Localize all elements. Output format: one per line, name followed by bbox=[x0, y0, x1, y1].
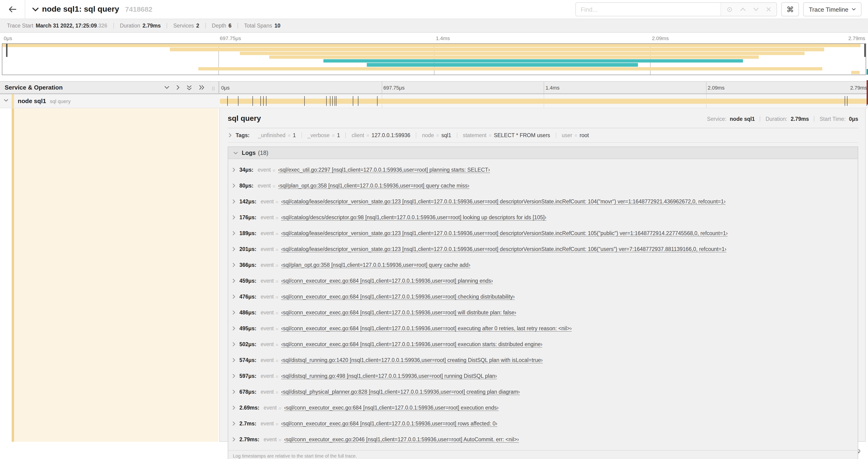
log-marker-tick[interactable] bbox=[260, 96, 260, 106]
back-button[interactable] bbox=[0, 0, 25, 19]
log-marker-tick[interactable] bbox=[326, 96, 327, 106]
logs-count: (18) bbox=[258, 150, 268, 156]
find-input[interactable] bbox=[576, 3, 720, 16]
top-bar: node sql1: sql query 7418682 bbox=[0, 0, 868, 19]
span-detail-header: sql query Service: node sql1 Duration: 2… bbox=[228, 114, 858, 128]
collapse-all-icon[interactable] bbox=[187, 85, 192, 90]
log-field-value: ‹sql/plan_opt.go:358 [nsql1,client=127.0… bbox=[281, 262, 470, 268]
log-field-key: event bbox=[260, 325, 274, 332]
log-field-value: ‹sql/conn_executor_exec.go:684 [nsql1,cl… bbox=[281, 325, 572, 332]
logs-accordion-header[interactable]: Logs (18) bbox=[228, 147, 858, 159]
log-field-value: ‹sql/distsql_running.go:498 [nsql1,clien… bbox=[281, 373, 497, 379]
chevron-down-icon[interactable] bbox=[4, 99, 8, 102]
log-entry[interactable]: 502μs: event = ‹sql/conn_executor_exec.g… bbox=[228, 337, 858, 353]
log-field-value: ‹sql/catalog/descs/descriptor.go:98 [nsq… bbox=[281, 214, 547, 221]
log-marker-tick[interactable] bbox=[252, 96, 253, 106]
ruler-tick-label: 697.75μs bbox=[381, 85, 405, 91]
tag-value: 1 bbox=[293, 132, 296, 138]
chevron-right-icon bbox=[232, 421, 235, 426]
log-marker-tick[interactable] bbox=[330, 96, 331, 106]
span-detail-meta: Service: node sql1 Duration: 2.79ms Star… bbox=[702, 116, 858, 122]
minimap-canvas[interactable] bbox=[2, 43, 866, 75]
log-entry[interactable]: 189μs: event = ‹sql/catalog/lease/descri… bbox=[228, 226, 858, 242]
log-marker-tick[interactable] bbox=[847, 96, 847, 106]
log-entry[interactable]: 678μs: event = ‹sql/distsql_physical_pla… bbox=[228, 384, 858, 400]
ruler-tick-label: 0μs bbox=[2, 35, 12, 41]
log-marker-tick[interactable] bbox=[377, 96, 377, 106]
log-entry[interactable]: 201μs: event = ‹sql/catalog/lease/descri… bbox=[228, 242, 858, 258]
log-entry[interactable]: 366μs: event = ‹sql/plan_opt.go:358 [nsq… bbox=[228, 258, 858, 273]
focus-match-icon[interactable] bbox=[726, 6, 733, 12]
log-timestamp: 34μs: bbox=[239, 167, 253, 173]
expand-one-icon[interactable] bbox=[177, 85, 180, 90]
log-marker-tick[interactable] bbox=[845, 96, 845, 106]
log-marker-tick[interactable] bbox=[263, 96, 264, 106]
log-marker-tick[interactable] bbox=[227, 96, 228, 106]
log-entry[interactable]: 2.69ms: event = ‹sql/conn_executor_exec.… bbox=[228, 400, 858, 416]
log-timestamp: 678μs: bbox=[239, 389, 256, 395]
log-entry[interactable]: 597μs: event = ‹sql/distsql_running.go:4… bbox=[228, 368, 858, 384]
chevron-right-icon bbox=[232, 231, 235, 236]
log-marker-tick[interactable] bbox=[332, 96, 333, 106]
keyboard-shortcuts-button[interactable]: ⌘ bbox=[781, 2, 799, 16]
log-marker-tick[interactable] bbox=[238, 96, 239, 106]
log-entry[interactable]: 176μs: event = ‹sql/catalog/descs/descri… bbox=[228, 210, 858, 226]
tag-item: client = 127.0.0.1:59936 bbox=[346, 132, 416, 138]
log-entry[interactable]: 495μs: event = ‹sql/conn_executor_exec.g… bbox=[228, 321, 858, 337]
log-field-value: ‹sql/conn_executor_exec.go:684 [nsql1,cl… bbox=[281, 341, 542, 348]
log-entry[interactable]: 574μs: event = ‹sql/distsql_running.go:1… bbox=[228, 353, 858, 368]
log-entry[interactable]: 80μs: event = ‹sql/plan_opt.go:358 [nsql… bbox=[228, 178, 858, 194]
minimap-drag-handle-right[interactable] bbox=[864, 44, 866, 57]
log-entry[interactable]: 486μs: event = ‹sql/conn_executor_exec.g… bbox=[228, 305, 858, 321]
log-field-key: event bbox=[264, 404, 277, 411]
collapse-one-icon[interactable] bbox=[164, 86, 169, 89]
next-result-icon[interactable] bbox=[753, 7, 759, 11]
tag-key: client bbox=[352, 132, 364, 138]
service-color-stripe bbox=[12, 94, 14, 108]
log-marker-tick[interactable] bbox=[334, 96, 335, 106]
log-timestamp: 2.79ms: bbox=[239, 436, 259, 443]
log-timestamp: 495μs: bbox=[239, 325, 256, 332]
log-field-value: ‹sql/conn_executor_exec.go:2046 [nsql1,c… bbox=[284, 436, 519, 443]
log-entry[interactable]: 2.79ms: event = ‹sql/conn_executor_exec.… bbox=[228, 432, 858, 448]
log-marker-tick[interactable] bbox=[266, 96, 267, 106]
log-equals: = bbox=[276, 374, 278, 380]
span-name-cell[interactable]: node sql1 sql query bbox=[0, 94, 219, 108]
service-operation-header: Service & Operation || bbox=[0, 81, 219, 93]
log-entry[interactable]: 459μs: event = ‹sql/conn_executor_exec.g… bbox=[228, 273, 858, 289]
span-meta-item: Start Time: 0μs bbox=[814, 116, 858, 122]
expand-all-icon[interactable] bbox=[199, 85, 205, 90]
clear-search-icon[interactable] bbox=[766, 7, 771, 12]
log-equals: = bbox=[276, 390, 278, 396]
tags-accordion[interactable]: Tags: _unfinished = 1 _verbose = 1 clien… bbox=[228, 128, 858, 143]
chevron-right-icon bbox=[232, 215, 235, 220]
log-equals: = bbox=[276, 231, 278, 237]
chevron-right-icon bbox=[232, 167, 235, 172]
page-title: node sql1: sql query 7418682 bbox=[42, 5, 152, 14]
meta-value: 2.79ms bbox=[143, 23, 161, 28]
span-timeline-cell[interactable] bbox=[219, 94, 868, 108]
meta-label: Trace Start bbox=[7, 23, 33, 28]
log-marker-tick[interactable] bbox=[353, 96, 353, 106]
log-timestamp: 176μs: bbox=[239, 214, 256, 221]
prev-result-icon[interactable] bbox=[740, 7, 746, 11]
span-duration-bar[interactable] bbox=[220, 98, 868, 104]
minimap-span-bar bbox=[198, 67, 823, 70]
minimap-drag-handle-left[interactable] bbox=[6, 44, 8, 57]
log-timestamp: 597μs: bbox=[239, 373, 256, 379]
log-field-value: ‹sql/exec_util.go:2297 [nsql1,client=127… bbox=[278, 167, 490, 173]
log-timestamp: 80μs: bbox=[239, 183, 253, 189]
log-marker-tick[interactable] bbox=[305, 96, 305, 106]
trace-view-selector[interactable]: Trace Timeline bbox=[803, 2, 862, 16]
column-resizer-handle[interactable]: || bbox=[212, 86, 215, 91]
meta-label: Duration bbox=[120, 23, 140, 28]
log-entry[interactable]: 34μs: event = ‹sql/exec_util.go:2297 [ns… bbox=[228, 162, 858, 178]
log-entry[interactable]: 142μs: event = ‹sql/catalog/lease/descri… bbox=[228, 194, 858, 210]
service-operation-title: Service & Operation bbox=[5, 84, 63, 91]
trace-collapse-toggle[interactable] bbox=[32, 7, 39, 11]
span-meta-label: Service: bbox=[707, 116, 726, 122]
log-entry[interactable]: 476μs: event = ‹sql/conn_executor_exec.g… bbox=[228, 289, 858, 305]
log-marker-tick[interactable] bbox=[358, 96, 359, 106]
log-marker-tick[interactable] bbox=[336, 96, 337, 106]
log-entry[interactable]: 2.7ms: event = ‹sql/conn_executor_exec.g… bbox=[228, 416, 858, 432]
